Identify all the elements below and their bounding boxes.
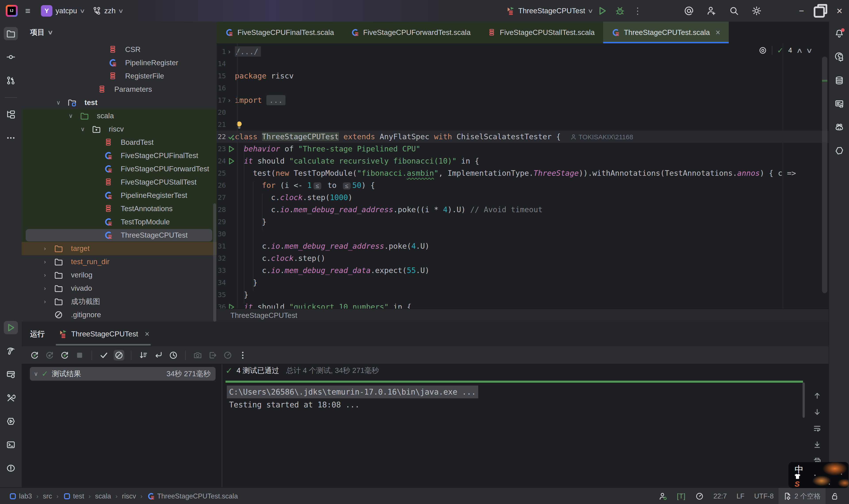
inspections-eye-icon[interactable]: [759, 46, 767, 55]
console-command-line[interactable]: C:\Users\26586\.jdks\temurin-17.0.16\bin…: [227, 385, 478, 398]
chevron-right-icon[interactable]: ›: [40, 245, 49, 252]
console-output[interactable]: C:\Users\26586\.jdks\temurin-17.0.16\bin…: [229, 385, 802, 411]
tree-item-PipelineRegister[interactable]: PipelineRegister: [22, 56, 217, 69]
tree-item-TestTopModule[interactable]: TestTopModule: [22, 215, 217, 229]
plugin-tool-icon[interactable]: [832, 144, 846, 157]
settings-gear-icon[interactable]: [748, 3, 764, 19]
code-line-27[interactable]: 27 c.clock.step(1000): [217, 192, 829, 203]
tree-item-CSR[interactable]: CSR: [22, 43, 217, 56]
chevron-down-icon[interactable]: ∨: [78, 126, 87, 133]
tree-item-RegisterFile[interactable]: RegisterFile: [22, 69, 217, 83]
code-line-26[interactable]: 26 for (i <- 1≤ to ≤50) {: [217, 179, 829, 192]
line-separator[interactable]: LF: [731, 488, 749, 504]
tab-FiveStageCPUFinalTest.scala[interactable]: FiveStageCPUFinalTest.scala: [217, 22, 342, 43]
terminal-tool-icon[interactable]: [4, 438, 18, 451]
code-line-25[interactable]: 25 test(new TestTopModule("fibonacci.asm…: [217, 167, 829, 179]
intention-bulb-icon[interactable]: [235, 121, 243, 129]
run-test-gutter-icon[interactable]: [227, 155, 236, 167]
tree-item-scala[interactable]: ∨scala: [22, 109, 217, 123]
breadcrumb-src[interactable]: src: [43, 492, 52, 500]
ime-skin-icon[interactable]: [794, 473, 801, 479]
run-tool-icon[interactable]: [4, 321, 18, 334]
end-console-icon[interactable]: [812, 440, 822, 450]
breadcrumb-test[interactable]: test: [63, 492, 84, 500]
tree-item-成功截图[interactable]: ›成功截图: [22, 295, 217, 308]
rerunGreen-toolbar-icon[interactable]: [59, 350, 70, 361]
project-selector[interactable]: Y yatcpu ∨: [37, 3, 88, 18]
more-tools-tool-icon[interactable]: [4, 131, 18, 145]
run-button[interactable]: [594, 3, 610, 19]
clock-toolbar-icon[interactable]: [168, 350, 179, 361]
tree-item-TestAnnotations[interactable]: TestAnnotations: [22, 202, 217, 215]
pull-requests-tool-icon[interactable]: [4, 74, 18, 87]
code-line-33[interactable]: 33 c.io.mem_debug_read_data.expect(55.U): [217, 264, 829, 276]
breadcrumb-riscv[interactable]: riscv: [122, 492, 136, 500]
ai-assistant-tool-icon[interactable]: [832, 50, 846, 64]
fold-arrow-icon[interactable]: ›: [227, 94, 231, 106]
file-encoding[interactable]: UTF-8: [749, 488, 778, 504]
code-line-28[interactable]: 28 c.io.mem_debug_read_address.poke((i *…: [217, 203, 829, 216]
down-console-icon[interactable]: [812, 407, 822, 417]
tree-item-FiveStageCPUForwardTest[interactable]: FiveStageCPUForwardTest: [22, 162, 217, 176]
code-line-32[interactable]: 32 c.clock.step(): [217, 252, 829, 264]
chevron-right-icon[interactable]: ›: [40, 285, 49, 292]
tab-FiveStageCPUStallTest.scala[interactable]: FiveStageCPUStallTest.scala: [479, 22, 603, 43]
sort-toolbar-icon[interactable]: [138, 350, 149, 361]
tree-item-ThreeStageCPUTest[interactable]: ThreeStageCPUTest: [22, 229, 217, 242]
breadcrumb-ThreeStageCPUTest.scala[interactable]: ThreeStageCPUTest.scala: [147, 492, 238, 500]
tree-item-Parameters[interactable]: Parameters: [22, 83, 217, 96]
tree-item-FiveStageCPUFinalTest[interactable]: FiveStageCPUFinalTest: [22, 149, 217, 162]
code-line-30[interactable]: 30: [217, 228, 829, 240]
readonly-lock-icon[interactable]: [826, 488, 844, 504]
documentation-tool-icon[interactable]: [832, 97, 846, 110]
vcs-branch-button[interactable]: zzh ∨: [88, 3, 127, 18]
minimize-button[interactable]: −: [792, 0, 811, 22]
tree-item-riscv[interactable]: ∨riscv: [22, 123, 217, 136]
corner-toolbar-icon[interactable]: [153, 350, 164, 361]
main-menu-icon[interactable]: ≡: [25, 6, 30, 16]
code-line-35[interactable]: 35 }: [217, 289, 829, 301]
code-line-22[interactable]: 22class ThreeStageCPUTest extends AnyFla…: [217, 131, 829, 143]
project-scrollbar[interactable]: [213, 203, 216, 322]
statusbar-breadcrumbs[interactable]: lab3›src›test›scala›riscv›ThreeStageCPUT…: [9, 492, 238, 500]
more-run-options-icon[interactable]: ⋮: [630, 3, 646, 19]
code-line-14[interactable]: 14: [217, 58, 829, 70]
check-toolbar-icon[interactable]: [98, 350, 109, 361]
commit-tool-icon[interactable]: [4, 50, 18, 64]
prev-problem-icon[interactable]: ∧: [796, 47, 803, 55]
chevron-down-icon[interactable]: ∨: [34, 371, 38, 377]
chevron-down-icon[interactable]: ∨: [47, 29, 53, 36]
code-line-1[interactable]: 1›/.../: [217, 46, 829, 58]
memory-gauge-icon[interactable]: [690, 488, 709, 504]
services-run-tool-icon[interactable]: [4, 415, 18, 428]
structure-breadcrumb[interactable]: ThreeStageCPUTest: [217, 309, 829, 322]
build-tool-icon[interactable]: [4, 344, 18, 358]
tree-item-target[interactable]: ›target: [22, 242, 217, 255]
close-button[interactable]: ×: [830, 0, 849, 22]
sogou-logo[interactable]: S: [795, 480, 800, 488]
chevron-right-icon[interactable]: ›: [40, 272, 49, 278]
code-line-34[interactable]: 34 }: [217, 276, 829, 289]
tree-item-.gitignore[interactable]: .gitignore: [22, 308, 217, 321]
problems-tool-icon[interactable]: [4, 462, 18, 475]
close-icon[interactable]: ×: [716, 28, 720, 37]
tree-item-PipelineRegisterTest[interactable]: PipelineRegisterTest: [22, 189, 217, 202]
code-line-24[interactable]: 24 it should "calculate recursively fibo…: [217, 155, 829, 167]
database-tool-icon[interactable]: [832, 74, 846, 87]
search-everywhere-icon[interactable]: [726, 3, 742, 19]
tree-item-test_run_dir[interactable]: ›test_run_dir: [22, 255, 217, 268]
chevron-down-icon[interactable]: ∨: [54, 99, 63, 106]
code-line-16[interactable]: 16: [217, 82, 829, 94]
tree-item-verilog[interactable]: ›verilog: [22, 268, 217, 282]
rerun-toolbar-icon[interactable]: [29, 350, 40, 361]
chevron-down-icon[interactable]: ∨: [66, 112, 75, 119]
editor-body[interactable]: 1›/.../1415package riscv1617›import ...2…: [217, 43, 829, 309]
copilot-tool-icon[interactable]: [832, 121, 846, 134]
run-class-gutter-icon[interactable]: [227, 131, 236, 143]
translation-plugin-badge[interactable]: [T]: [672, 488, 690, 504]
breadcrumb-lab3[interactable]: lab3: [9, 492, 32, 500]
tree-item-BoardTest[interactable]: BoardTest: [22, 136, 217, 149]
code-line-23[interactable]: 23 behavior of "Three-stage Pipelined CP…: [217, 143, 829, 155]
moreV-toolbar-icon[interactable]: [237, 350, 248, 361]
fold-arrow-icon[interactable]: ›: [227, 46, 231, 58]
